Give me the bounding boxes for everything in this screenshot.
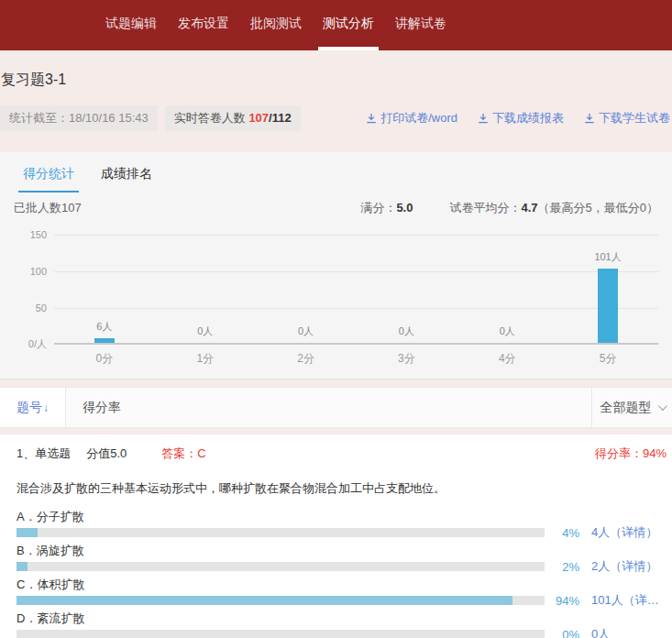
print-paper-link[interactable]: 打印试卷/word <box>366 110 457 126</box>
link-label: 下载学生试卷 <box>599 110 670 126</box>
x-tick: 4分 <box>457 351 557 367</box>
bar-value-label: 0人 <box>500 324 515 338</box>
option-label: B．涡旋扩散 <box>17 543 668 558</box>
option-label: C．体积扩散 <box>17 577 668 592</box>
download-icon <box>584 113 595 124</box>
option-count-detail-link[interactable]: 2人（详情） <box>591 558 668 575</box>
bar-value-label: 0人 <box>399 324 414 338</box>
option-bar-row: 4% 4人（详情） <box>17 527 668 538</box>
nav-tab-explain-paper[interactable]: 讲解试卷 <box>391 0 451 50</box>
header-links: 打印试卷/word 下载成绩报表 下载学生试卷 <box>366 110 672 126</box>
tab-score-statistics[interactable]: 得分统计 <box>18 159 79 192</box>
x-tick: 2分 <box>256 351 357 367</box>
tab-score-ranking[interactable]: 成绩排名 <box>96 159 157 192</box>
nav-tab-question-edit[interactable]: 试题编辑 <box>101 0 161 50</box>
chart-column: 0人 <box>356 235 457 343</box>
chart-column: 0人 <box>256 235 357 343</box>
option-bar-row: 94% 101人（详情） <box>17 595 668 606</box>
respondents-current: 107 <box>248 111 269 125</box>
chart-bar <box>94 338 115 343</box>
x-axis-baseline <box>54 343 658 345</box>
y-tick: 100 <box>30 266 47 277</box>
option-count-detail-link[interactable]: 4人（详情） <box>591 524 668 541</box>
option-c: C．体积扩散 94% 101人（详情） <box>17 577 668 606</box>
average-score: 试卷平均分：4.7（最高分5，最低分0） <box>449 200 658 216</box>
chart-x-labels: 0分 1分 2分 3分 4分 5分 <box>54 351 658 367</box>
option-bar-row: 2% 2人（详情） <box>17 561 668 572</box>
option-percent: 0% <box>552 628 579 638</box>
x-tick: 3分 <box>356 351 457 367</box>
option-percent: 2% <box>552 560 579 574</box>
full-score: 满分：5.0 <box>360 200 413 216</box>
chart-bar <box>598 269 618 343</box>
chart-plot-area: 6人 0人 0人 0人 0人 101人 0分 1分 2分 3分 4分 5分 <box>54 235 658 367</box>
question-header: 1、单选题 分值5.0 答案：C 得分率：94% <box>17 446 668 462</box>
type-filter-label: 全部题型 <box>600 400 652 416</box>
question-number-type: 1、单选题 <box>17 446 71 462</box>
option-bar-fill <box>17 528 38 537</box>
chart-column: 6人 <box>54 235 155 343</box>
question-panel: 1、单选题 分值5.0 答案：C 得分率：94% 混合涉及扩散的三种基本运动形式… <box>0 434 672 638</box>
stats-panel: 得分统计 成绩排名 已批人数107 满分：5.0 试卷平均分：4.7（最高分5，… <box>0 152 672 380</box>
answer-options: A．分子扩散 4% 4人（详情） B．涡旋扩散 2% 2人（详情） C．体积扩散… <box>17 509 668 638</box>
summary-row: 已批人数107 满分：5.0 试卷平均分：4.7（最高分5，最低分0） <box>14 200 658 216</box>
y-axis-label: 0/人 <box>28 337 47 351</box>
bar-value-label: 0人 <box>197 324 213 338</box>
chart-column: 0人 <box>457 235 557 343</box>
question-type-filter[interactable]: 全部题型 <box>591 388 672 427</box>
download-icon <box>478 113 489 124</box>
x-tick: 1分 <box>155 351 256 367</box>
x-tick: 5分 <box>557 351 658 367</box>
top-navbar: 试题编辑 发布设置 批阅测试 测试分析 讲解试卷 <box>0 0 672 50</box>
nav-tab-review-test[interactable]: 批阅测试 <box>246 0 306 50</box>
stats-row: 统计截至：18/10/16 15:43 实时答卷人数 107/112 打印试卷/… <box>0 105 672 131</box>
question-score-rate: 得分率：94% <box>595 446 668 462</box>
sort-label: 题号 <box>17 400 42 416</box>
option-count: 0人 <box>591 626 668 638</box>
link-label: 打印试卷/word <box>380 110 457 126</box>
chevron-down-icon <box>657 402 666 411</box>
question-text: 混合涉及扩散的三种基本运动形式中，哪种扩散在聚合物混合加工中占支配地位。 <box>17 480 668 497</box>
download-icon <box>366 113 377 124</box>
option-bar-track <box>17 562 545 571</box>
option-b: B．涡旋扩散 2% 2人（详情） <box>17 543 668 572</box>
respondents-label: 实时答卷人数 <box>174 111 249 125</box>
bar-value-label: 0人 <box>298 324 314 338</box>
score-rate-column-header[interactable]: 得分率 <box>66 388 121 427</box>
respondents-chip: 实时答卷人数 107/112 <box>165 105 301 131</box>
option-count-detail-link[interactable]: 101人（详情） <box>591 592 668 609</box>
link-label: 下载成绩报表 <box>492 110 564 126</box>
graded-count: 已批人数107 <box>14 200 82 216</box>
bar-value-label: 6人 <box>96 320 112 334</box>
option-a: A．分子扩散 4% 4人（详情） <box>17 509 668 538</box>
option-bar-fill <box>17 562 28 571</box>
option-bar-row: 0% 0人 <box>17 629 668 638</box>
page-title: 复习题3-1 <box>0 71 672 90</box>
option-bar-track <box>17 528 545 537</box>
filter-spacer <box>121 388 591 427</box>
x-tick: 0分 <box>54 351 155 367</box>
divider <box>0 380 672 387</box>
option-percent: 4% <box>552 526 579 540</box>
y-tick: 50 <box>36 302 47 314</box>
option-bar-track <box>17 596 545 605</box>
filter-bar: 题号↓ 得分率 全部题型 <box>0 387 672 428</box>
sort-descending-icon: ↓ <box>43 402 49 414</box>
score-distribution-chart: 150 100 50 0/人 6人 0人 0人 0人 0人 101人 <box>14 235 658 367</box>
nav-tab-test-analysis[interactable]: 测试分析 <box>318 0 379 50</box>
nav-tab-publish-settings[interactable]: 发布设置 <box>173 0 234 50</box>
page-header: 复习题3-1 统计截至：18/10/16 15:43 实时答卷人数 107/11… <box>0 50 672 152</box>
option-bar-track <box>17 630 545 638</box>
stats-deadline-chip: 统计截至：18/10/16 15:43 <box>0 105 158 131</box>
chart-column: 0人 <box>155 235 256 343</box>
nav-tabs: 试题编辑 发布设置 批阅测试 测试分析 讲解试卷 <box>0 0 451 50</box>
option-percent: 94% <box>552 594 579 608</box>
sort-by-question-number[interactable]: 题号↓ <box>0 388 66 427</box>
question-score: 分值5.0 <box>86 446 127 462</box>
download-score-report-link[interactable]: 下载成绩报表 <box>478 110 564 126</box>
option-label: D．紊流扩散 <box>17 610 668 626</box>
option-label: A．分子扩散 <box>17 509 668 524</box>
sub-tabs: 得分统计 成绩排名 <box>18 152 658 192</box>
question-answer: 答案：C <box>161 446 205 462</box>
download-student-papers-link[interactable]: 下载学生试卷 <box>584 110 670 126</box>
